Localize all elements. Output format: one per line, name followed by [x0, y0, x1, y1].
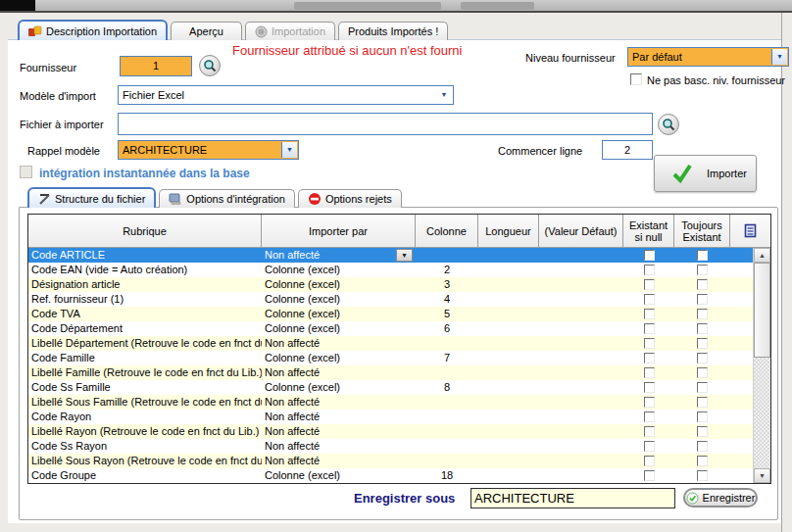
- chevron-down-icon[interactable]: ▼: [771, 49, 787, 65]
- column-header[interactable]: Importer par: [262, 215, 416, 248]
- table-row[interactable]: Libellé Sous Rayon (Retrouve le code en …: [28, 454, 754, 468]
- tab-description-importation[interactable]: Description Importation: [18, 20, 168, 40]
- toujours-existant-checkbox[interactable]: [697, 309, 708, 319]
- toujours-existant-checkbox[interactable]: [697, 411, 708, 422]
- tab-options-rejets[interactable]: Options rejets: [298, 189, 402, 208]
- table-row[interactable]: Code Ss FamilleColonne (excel)8: [28, 380, 754, 395]
- existant-si-null-checkbox[interactable]: [644, 323, 655, 334]
- existant-si-null-checkbox[interactable]: [644, 250, 655, 261]
- table-row[interactable]: Code TVAColonne (excel)5: [28, 307, 754, 321]
- vertical-scrollbar[interactable]: ▲ ▼: [753, 248, 770, 483]
- importer-par-cell[interactable]: Colonne (excel): [262, 307, 416, 321]
- toujours-existant-checkbox[interactable]: [697, 367, 708, 378]
- toujours-existant-checkbox[interactable]: [697, 456, 708, 466]
- toujours-existant-checkbox[interactable]: [697, 382, 708, 393]
- table-row[interactable]: Code Ss RayonNon affecté: [28, 439, 754, 454]
- scroll-up-button[interactable]: ▲: [754, 248, 770, 263]
- scrollbar-track[interactable]: [754, 358, 770, 468]
- tab-apercu[interactable]: Aperçu: [171, 22, 242, 40]
- scrollbar-thumb[interactable]: [754, 263, 770, 358]
- column-header[interactable]: Longueur: [478, 215, 539, 248]
- importer-par-cell[interactable]: Colonne (excel): [262, 263, 416, 277]
- save-button[interactable]: Enregistrer: [683, 488, 758, 508]
- column-header[interactable]: Toujours Existant: [674, 215, 730, 248]
- table-row[interactable]: Libellé Rayon (Retrouve le code en fnct …: [28, 424, 754, 439]
- tab-options-integration[interactable]: Options d'intégration: [159, 189, 295, 208]
- table-row[interactable]: Libellé Sous Famille (Retrouve le code e…: [28, 395, 754, 410]
- importer-par-cell[interactable]: Colonne (excel): [262, 468, 416, 483]
- importer-par-cell[interactable]: Non affecté: [262, 454, 416, 468]
- toujours-existant-checkbox[interactable]: [697, 441, 708, 452]
- toujours-existant-checkbox[interactable]: [697, 294, 708, 305]
- toujours-existant-checkbox[interactable]: [697, 279, 708, 290]
- toujours-existant-checkbox[interactable]: [697, 338, 708, 349]
- ne-pas-basc-checkbox[interactable]: [630, 73, 642, 85]
- toujours-existant-checkbox[interactable]: [697, 397, 708, 408]
- chevron-down-icon[interactable]: ▼: [281, 142, 297, 158]
- column-header[interactable]: Colonne: [416, 215, 478, 248]
- table-menu-icon[interactable]: [743, 223, 758, 238]
- fichier-search-button[interactable]: [658, 114, 679, 135]
- tab-structure-du-fichier[interactable]: Structure du fichier: [27, 187, 156, 208]
- integration-checkbox[interactable]: [20, 166, 32, 178]
- column-header[interactable]: Rubrique: [28, 215, 262, 248]
- importer-par-cell[interactable]: Non affecté: [262, 439, 416, 454]
- toujours-existant-checkbox[interactable]: [697, 265, 708, 275]
- table-row[interactable]: Ref. fournisseur (1)Colonne (excel)4: [28, 292, 754, 307]
- toujours-existant-checkbox[interactable]: [697, 353, 708, 363]
- existant-si-null-checkbox[interactable]: [644, 441, 655, 452]
- existant-si-null-checkbox[interactable]: [644, 353, 655, 363]
- importer-par-cell[interactable]: Non affecté▼: [262, 248, 416, 263]
- table-row[interactable]: Code ARTICLENon affecté▼: [28, 248, 754, 263]
- column-header[interactable]: Existant si null: [623, 215, 674, 248]
- importer-par-cell[interactable]: Non affecté: [262, 424, 416, 439]
- save-as-input[interactable]: ARCHITECTURE: [470, 488, 675, 508]
- importer-par-cell[interactable]: Colonne (excel): [262, 380, 416, 395]
- existant-si-null-checkbox[interactable]: [644, 294, 655, 305]
- existant-si-null-checkbox[interactable]: [644, 338, 655, 349]
- importer-par-dropdown[interactable]: ▼: [396, 249, 413, 262]
- table-row[interactable]: Code RayonNon affecté: [28, 410, 754, 424]
- commencer-ligne-input[interactable]: 2: [602, 140, 653, 160]
- table-row[interactable]: Libellé Famille (Retrouve le code en fnc…: [28, 365, 754, 380]
- existant-si-null-checkbox[interactable]: [644, 367, 655, 378]
- toujours-existant-checkbox[interactable]: [697, 470, 708, 481]
- table-row[interactable]: Libellé Département (Retrouve le code en…: [28, 336, 754, 351]
- importer-par-cell[interactable]: Colonne (excel): [262, 292, 416, 307]
- fournisseur-search-button[interactable]: [199, 55, 221, 76]
- existant-si-null-checkbox[interactable]: [644, 279, 655, 290]
- existant-si-null-checkbox[interactable]: [644, 309, 655, 319]
- existant-si-null-checkbox[interactable]: [644, 397, 655, 408]
- existant-si-null-checkbox[interactable]: [644, 265, 655, 275]
- fichier-importer-input[interactable]: [118, 113, 653, 135]
- niveau-fournisseur-select[interactable]: Par défaut ▼: [627, 47, 789, 67]
- existant-si-null-checkbox[interactable]: [644, 426, 655, 437]
- importer-par-cell[interactable]: Non affecté: [262, 395, 416, 410]
- importer-par-cell[interactable]: Colonne (excel): [262, 351, 416, 365]
- tab-produits-importes[interactable]: Produits Importés !: [338, 22, 448, 40]
- importer-par-cell[interactable]: Non affecté: [262, 365, 416, 380]
- existant-si-null-checkbox[interactable]: [644, 411, 655, 422]
- scroll-down-button[interactable]: ▼: [754, 468, 770, 483]
- chevron-down-icon[interactable]: ▼: [436, 87, 452, 103]
- importer-button[interactable]: Importer: [654, 155, 757, 192]
- existant-si-null-checkbox[interactable]: [644, 382, 655, 393]
- importer-par-cell[interactable]: Colonne (excel): [262, 277, 416, 292]
- table-row[interactable]: Code FamilleColonne (excel)7: [28, 351, 754, 365]
- table-row[interactable]: Code DépartementColonne (excel)6: [28, 321, 754, 336]
- importer-par-cell[interactable]: Non affecté: [262, 410, 416, 424]
- modele-import-select[interactable]: Fichier Excel ▼: [118, 85, 454, 105]
- existant-si-null-checkbox[interactable]: [644, 470, 655, 481]
- toujours-existant-checkbox[interactable]: [697, 426, 708, 437]
- importer-par-cell[interactable]: Colonne (excel): [262, 321, 416, 336]
- toujours-existant-checkbox[interactable]: [697, 323, 708, 334]
- existant-si-null-checkbox[interactable]: [644, 456, 655, 466]
- table-row[interactable]: Code GroupeColonne (excel)18: [28, 468, 754, 483]
- table-row[interactable]: Désignation articleColonne (excel)3: [28, 277, 754, 292]
- toujours-existant-checkbox[interactable]: [697, 250, 708, 261]
- fournisseur-input[interactable]: 1: [120, 56, 192, 76]
- column-header[interactable]: (Valeur Défaut): [539, 215, 623, 248]
- importer-par-cell[interactable]: Non affecté: [262, 336, 416, 351]
- rappel-modele-select[interactable]: ARCHITECTURE ▼: [118, 140, 299, 160]
- table-row[interactable]: Code EAN (vide = Auto création)Colonne (…: [28, 263, 754, 277]
